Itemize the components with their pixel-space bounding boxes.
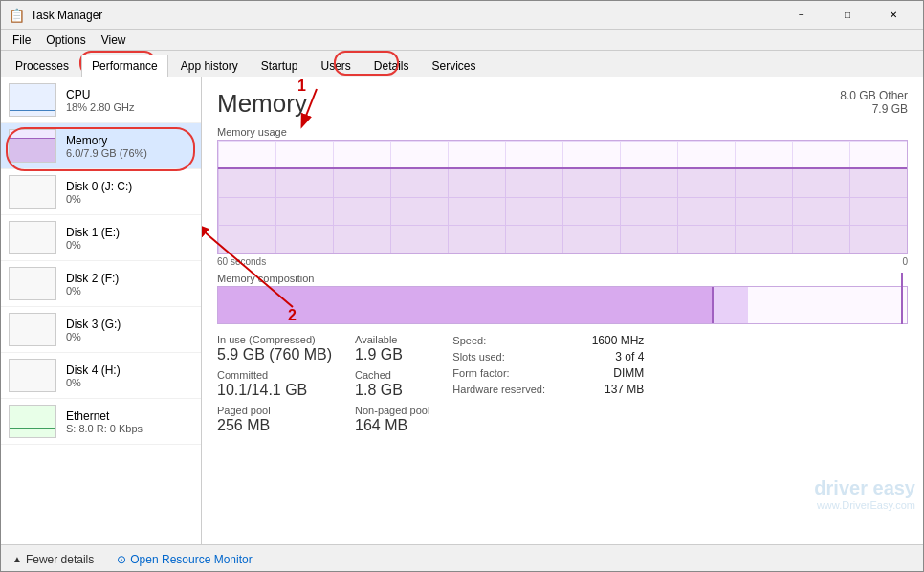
speed-label: Speed: xyxy=(452,335,548,346)
graph-usage-line xyxy=(218,167,907,253)
disk3-value: 0% xyxy=(66,331,193,342)
stat-hw-reserved: Hardware reserved: 137 MB xyxy=(452,383,644,396)
hw-reserved-label: Hardware reserved: xyxy=(452,384,548,395)
stat-cached: Cached 1.8 GB xyxy=(355,369,429,399)
tab-details[interactable]: Details xyxy=(363,55,420,77)
disk4-info: Disk 4 (H:) 0% xyxy=(66,363,193,388)
non-paged-value: 164 MB xyxy=(355,416,429,434)
graph-usage-label: Memory usage xyxy=(217,126,908,138)
resource-monitor-button[interactable]: ⊙ Open Resource Monitor xyxy=(113,551,255,568)
tab-app-history[interactable]: App history xyxy=(170,55,249,77)
slots-value: 3 of 4 xyxy=(615,350,644,363)
disk2-thumbnail xyxy=(9,267,56,300)
in-use-value: 5.9 GB (760 MB) xyxy=(217,345,332,363)
minimize-button[interactable]: − xyxy=(780,1,824,30)
committed-label: Committed xyxy=(217,369,332,381)
form-label: Form factor: xyxy=(452,367,548,379)
sidebar-item-disk2[interactable]: Disk 2 (F:) 0% xyxy=(1,261,201,307)
stat-in-use: In use (Compressed) 5.9 GB (760 MB) xyxy=(217,334,332,363)
stat-form-factor: Form factor: DIMM xyxy=(452,366,644,380)
stat-speed: Speed: 1600 MHz xyxy=(452,334,644,347)
menu-options[interactable]: Options xyxy=(38,32,93,49)
memory-subtitle-line1: 8.0 GB Other xyxy=(840,89,908,102)
form-value: DIMM xyxy=(613,366,644,380)
tab-processes[interactable]: Processes xyxy=(5,55,79,77)
fewer-details-button[interactable]: ▲ Fewer details xyxy=(9,551,98,568)
fewer-details-icon: ▲ xyxy=(12,554,22,564)
watermark: driver easy www.DriverEasy.com xyxy=(814,477,915,511)
graph-time-label: 60 seconds xyxy=(217,256,266,267)
memory-subtitle: 8.0 GB Other 7.9 GB xyxy=(840,89,908,116)
ethernet-name: Ethernet xyxy=(66,409,193,423)
cpu-thumbnail xyxy=(9,83,56,117)
sidebar-item-disk1[interactable]: Disk 1 (E:) 0% xyxy=(1,215,201,261)
resource-monitor-label: Open Resource Monitor xyxy=(130,553,252,566)
resource-monitor-icon: ⊙ xyxy=(117,553,126,566)
app-window: 📋 Task Manager − □ ✕ File Options View P… xyxy=(0,0,924,572)
disk0-name: Disk 0 (J: C:) xyxy=(66,180,193,193)
memory-usage-graph xyxy=(217,140,908,254)
memory-composition-bar xyxy=(217,286,908,324)
memory-thumbnail xyxy=(9,129,56,163)
sidebar-item-disk0[interactable]: Disk 0 (J: C:) 0% xyxy=(1,169,201,215)
title-bar: 📋 Task Manager − □ ✕ xyxy=(1,1,923,30)
ethernet-info: Ethernet S: 8.0 R: 0 Kbps xyxy=(66,409,193,434)
disk4-name: Disk 4 (H:) xyxy=(66,363,193,377)
window-title: Task Manager xyxy=(31,9,780,22)
cpu-value: 18% 2.80 GHz xyxy=(66,101,193,113)
right-panel: Memory 8.0 GB Other 7.9 GB Memory usage … xyxy=(202,77,923,544)
tab-bar: Processes Performance App history Startu… xyxy=(1,51,923,77)
watermark-url: www.DriverEasy.com xyxy=(814,499,915,511)
sidebar-item-cpu[interactable]: CPU 18% 2.80 GHz xyxy=(1,77,201,123)
tab-users[interactable]: Users xyxy=(310,55,361,77)
memory-header: Memory 8.0 GB Other 7.9 GB xyxy=(217,89,908,119)
tab-performance[interactable]: Performance xyxy=(81,55,168,77)
disk3-name: Disk 3 (G:) xyxy=(66,318,193,331)
sidebar-item-disk4[interactable]: Disk 4 (H:) 0% xyxy=(1,353,201,399)
tab-startup[interactable]: Startup xyxy=(251,55,309,77)
disk4-value: 0% xyxy=(66,377,193,388)
sidebar-item-memory[interactable]: Memory 6.0/7.9 GB (76%) xyxy=(1,123,201,169)
menu-file[interactable]: File xyxy=(5,32,38,49)
ethernet-thumbnail xyxy=(9,405,56,438)
menu-view[interactable]: View xyxy=(94,32,134,49)
close-button[interactable]: ✕ xyxy=(871,1,915,30)
stat-non-paged: Non-paged pool 164 MB xyxy=(355,405,429,434)
stat-paged-pool: Paged pool 256 MB xyxy=(217,405,332,434)
comp-in-use-bar xyxy=(218,287,714,323)
memory-value: 6.0/7.9 GB (76%) xyxy=(66,147,193,159)
sidebar-item-disk3[interactable]: Disk 3 (G:) 0% xyxy=(1,307,201,353)
disk2-name: Disk 2 (F:) xyxy=(66,272,193,285)
stats-col-1: In use (Compressed) 5.9 GB (760 MB) Comm… xyxy=(217,334,332,441)
left-panel: CPU 18% 2.80 GHz Memory 6.0/7.9 GB (76%)… xyxy=(1,77,202,544)
hw-reserved-value: 137 MB xyxy=(605,383,644,396)
watermark-brand: driver easy xyxy=(814,477,915,499)
comp-free-bar xyxy=(748,287,907,323)
main-area: CPU 18% 2.80 GHz Memory 6.0/7.9 GB (76%)… xyxy=(1,77,923,544)
stat-slots: Slots used: 3 of 4 xyxy=(452,350,644,363)
menu-bar: File Options View xyxy=(1,30,923,51)
status-bar: ▲ Fewer details ⊙ Open Resource Monitor xyxy=(1,544,923,572)
disk1-name: Disk 1 (E:) xyxy=(66,226,193,239)
disk1-thumbnail xyxy=(9,221,56,254)
paged-pool-label: Paged pool xyxy=(217,405,332,416)
comp-standby-bar xyxy=(714,287,748,323)
in-use-label: In use (Compressed) xyxy=(217,334,332,345)
sidebar-item-ethernet[interactable]: Ethernet S: 8.0 R: 0 Kbps xyxy=(1,399,201,445)
maximize-button[interactable]: □ xyxy=(825,1,869,30)
window-controls: − □ ✕ xyxy=(780,1,915,30)
disk0-info: Disk 0 (J: C:) 0% xyxy=(66,180,193,205)
disk2-info: Disk 2 (F:) 0% xyxy=(66,272,193,297)
composition-label: Memory composition xyxy=(217,273,908,284)
app-icon: 📋 xyxy=(9,8,25,23)
stat-committed: Committed 10.1/14.1 GB xyxy=(217,369,332,399)
tab-services[interactable]: Services xyxy=(422,55,487,77)
stat-available: Available 1.9 GB xyxy=(355,334,429,363)
ethernet-value: S: 8.0 R: 0 Kbps xyxy=(66,423,193,434)
memory-name: Memory xyxy=(66,134,193,147)
memory-composition-section: Memory composition xyxy=(217,273,908,324)
disk0-value: 0% xyxy=(66,193,193,205)
cached-value: 1.8 GB xyxy=(355,381,429,399)
fewer-details-label: Fewer details xyxy=(26,553,94,566)
disk0-thumbnail xyxy=(9,175,56,209)
